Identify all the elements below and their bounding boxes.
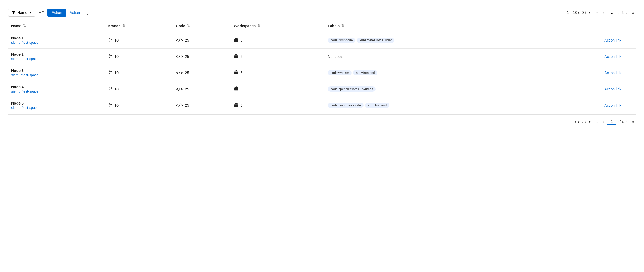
pagination-top-of: of 4 [617,10,623,15]
node-link-node5[interactable]: siemur/test-space [11,106,39,110]
action-link-button-node5[interactable]: Action link [603,102,622,109]
col-header-code: Code ⇅ [173,20,231,32]
col-header-workspaces: Workspaces ⇅ [231,20,325,32]
pagination-top: 1 – 10 of 37 ▼ of 4 [567,10,636,15]
pagination-top-range: 1 – 10 of 37 ▼ [567,10,591,15]
svg-marker-15 [234,54,238,55]
node-name-node3: Node 3 [11,69,101,73]
node-link-node4[interactable]: siemur/test-space [11,89,39,93]
sort-code-icon[interactable]: ⇅ [187,25,190,27]
svg-point-4 [109,38,110,39]
svg-point-29 [109,106,110,107]
workspace-icon [234,54,239,59]
last-page-button-top[interactable] [630,10,636,15]
cell-workspaces-node3: 5 [231,65,325,81]
table-row: Node 3 siemur/test-space 10 </> 25 [8,65,636,81]
page-input-bottom[interactable] [607,119,616,125]
label-chip: node.openshift.io/os_id=rhcos [328,86,376,92]
row-kebab-button-node2[interactable]: ⋮ [623,53,633,61]
svg-rect-14 [234,55,238,58]
cell-workspaces-node1: 5 [231,32,325,49]
sort-button[interactable] [37,9,45,17]
branch-count-node1: 10 [115,38,119,42]
first-page-button-bottom[interactable] [594,119,600,125]
label-chip: node=first-node [328,38,356,43]
page-input-top[interactable] [607,10,616,15]
row-kebab-button-node1[interactable]: ⋮ [623,36,633,44]
ws-count-node2: 5 [241,54,243,59]
next-page-button-bottom[interactable] [625,119,629,125]
svg-point-16 [109,70,110,71]
kebab-menu-button[interactable]: ⋮ [83,9,92,17]
action-primary-button[interactable]: Action [47,9,66,17]
workspace-icon [234,86,239,92]
cell-labels-node1: node=first-nodekubernetes.io/os=linux [325,32,533,49]
labels-cell: node=first-nodekubernetes.io/os=linux [328,38,530,43]
last-page-button-bottom[interactable] [630,119,636,125]
node-link-node2[interactable]: siemur/test-space [11,57,39,61]
label-chip: node=important-node [328,103,364,108]
code-icon: </> [176,54,183,59]
row-kebab-button-node5[interactable]: ⋮ [623,101,633,109]
svg-rect-26 [234,88,238,90]
cell-name-node2: Node 2 siemur/test-space [8,49,105,65]
sort-branch-icon[interactable]: ⇅ [122,25,125,27]
svg-point-17 [109,73,110,74]
branch-icon [108,86,113,92]
row-kebab-button-node4[interactable]: ⋮ [623,85,633,93]
sort-name-icon[interactable]: ⇅ [23,25,26,27]
action-link-toolbar-button[interactable]: Action [68,9,81,16]
workspace-icon [234,37,239,43]
table-row: Node 5 siemur/test-space 10 </> 25 [8,97,636,114]
cell-workspaces-node4: 5 [231,81,325,97]
node-link-node3[interactable]: siemur/test-space [11,73,39,77]
node-name-node1: Node 1 [11,36,101,40]
svg-rect-32 [234,104,238,107]
filter-button[interactable]: Name ▼ [8,9,35,17]
action-link-button-node1[interactable]: Action link [603,37,622,44]
col-header-actions [533,20,636,32]
node-link-node1[interactable]: siemur/test-space [11,41,39,45]
pagination-bottom-range: 1 – 10 of 37 ▼ [567,120,591,124]
filter-dropdown-icon: ▼ [29,11,32,14]
cell-workspaces-node5: 5 [231,97,325,114]
cell-actions-node5: Action link ⋮ [533,97,636,114]
action-link-button-node3[interactable]: Action link [603,69,622,77]
cell-actions-node3: Action link ⋮ [533,65,636,81]
table-header-row: Name ⇅ Branch ⇅ Code ⇅ [8,20,636,32]
cell-code-node5: </> 25 [173,97,231,114]
svg-rect-20 [234,72,238,74]
cell-labels-node5: node=important-nodeapp=frontend [325,97,533,114]
next-page-button-top[interactable] [625,10,629,15]
ws-count-node3: 5 [241,71,243,75]
code-count-node5: 25 [185,103,189,107]
action-link-button-node2[interactable]: Action link [603,53,622,60]
first-page-button-top[interactable] [594,10,600,15]
table-wrapper: Name ⇅ Branch ⇅ Code ⇅ [8,20,636,113]
sort-workspaces-icon[interactable]: ⇅ [257,25,260,27]
branch-icon [108,54,113,59]
branch-icon [108,37,113,43]
svg-rect-8 [234,39,238,42]
node-name-node5: Node 5 [11,101,101,105]
ws-count-node5: 5 [241,103,243,107]
prev-page-button-top[interactable] [601,10,606,15]
table-row: Node 4 siemur/test-space 10 </> 25 [8,81,636,97]
code-count-node1: 25 [185,38,189,42]
pagination-bottom-dropdown[interactable]: ▼ [588,120,591,124]
svg-marker-21 [234,70,238,71]
row-kebab-button-node3[interactable]: ⋮ [623,69,633,77]
action-link-button-node4[interactable]: Action link [603,85,622,93]
cell-labels-node3: node=workerapp=frontend [325,65,533,81]
cell-actions-node2: Action link ⋮ [533,49,636,65]
toolbar: Name ▼ Action Action ⋮ 1 – 10 of 37 ▼ [8,5,636,20]
code-icon: </> [176,103,183,108]
prev-page-button-bottom[interactable] [601,119,606,125]
pagination-top-dropdown[interactable]: ▼ [588,11,591,14]
cell-labels-node2: No labels [325,49,533,65]
svg-point-23 [109,89,110,90]
cell-branch-node2: 10 [105,49,173,65]
labels-cell: node.openshift.io/os_id=rhcos [328,86,530,92]
sort-labels-icon[interactable]: ⇅ [341,25,344,27]
label-chip: node=worker [328,70,352,75]
